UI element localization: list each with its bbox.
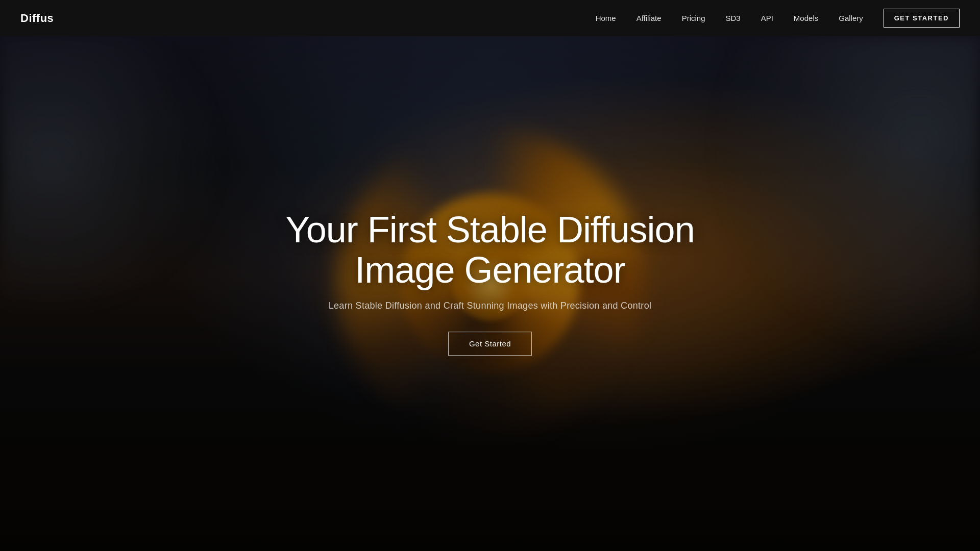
nav-link-affiliate[interactable]: Affiliate	[636, 14, 662, 22]
navbar: Diffus Home Affiliate Pricing SD3 API Mo…	[0, 0, 980, 36]
nav-link-api[interactable]: API	[761, 14, 773, 22]
nav-link-models[interactable]: Models	[794, 14, 818, 22]
nav-links: Home Affiliate Pricing SD3 API Models Ga…	[596, 9, 960, 28]
nav-link-pricing[interactable]: Pricing	[682, 14, 705, 22]
nav-link-home[interactable]: Home	[596, 14, 616, 22]
nav-link-sd3[interactable]: SD3	[725, 14, 740, 22]
nav-link-gallery[interactable]: Gallery	[839, 14, 863, 22]
hero-content: Your First Stable Diffusion Image Genera…	[260, 210, 720, 356]
hero-title: Your First Stable Diffusion Image Genera…	[260, 210, 720, 290]
hero-subtitle: Learn Stable Diffusion and Craft Stunnin…	[260, 301, 720, 312]
logo[interactable]: Diffus	[20, 12, 54, 25]
hero-get-started-button[interactable]: Get Started	[448, 332, 532, 356]
navbar-get-started-button[interactable]: GET STARTED	[884, 9, 960, 28]
